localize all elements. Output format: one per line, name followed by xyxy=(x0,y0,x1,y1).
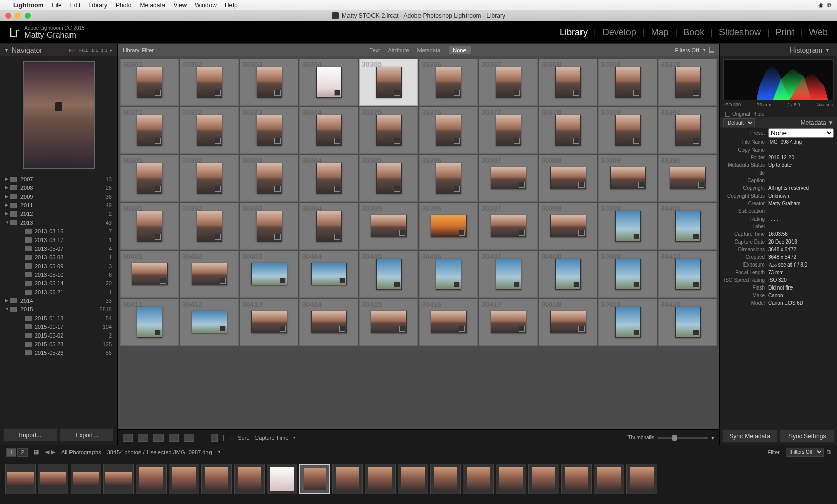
filmstrip-filter-select[interactable]: Filters Off xyxy=(786,448,824,457)
module-print[interactable]: Print xyxy=(776,27,795,38)
folder-2013-05-09[interactable]: 2013-05-093 xyxy=(0,261,117,270)
chevron-down-icon[interactable]: ▾ xyxy=(703,47,705,52)
grid-cell[interactable]: 30369 xyxy=(598,59,657,106)
thumbnail-size-slider[interactable] xyxy=(657,437,708,439)
folder-2013-05-14[interactable]: 2013-05-1420 xyxy=(0,279,117,287)
grid-cell[interactable]: 30391 xyxy=(120,203,179,250)
grid-cell[interactable]: 30382 xyxy=(180,155,239,202)
grid-cell[interactable]: 30413 xyxy=(240,299,298,346)
grid-cell[interactable]: 30366 xyxy=(419,59,478,106)
folder-2015[interactable]: ▼20155818 xyxy=(0,305,117,314)
grid-cell[interactable]: 30403 xyxy=(240,251,298,298)
sort-direction-icon[interactable]: ↕ xyxy=(229,434,232,441)
grid-cell[interactable]: 30385 xyxy=(359,155,418,202)
grid-cell[interactable]: 30368 xyxy=(539,59,597,106)
grid-cell[interactable]: 30383 xyxy=(240,155,298,202)
painter-tool-button[interactable] xyxy=(211,434,218,442)
filter-tab-none[interactable]: None xyxy=(449,46,470,54)
grid-cell[interactable]: 30378 xyxy=(539,107,597,154)
grid-cell[interactable]: 30399 xyxy=(598,203,657,250)
filmstrip-thumb[interactable] xyxy=(430,464,461,494)
thumbnail-grid[interactable]: 3036130362303633036430365303663036730368… xyxy=(118,56,719,429)
grid-cell[interactable]: 30407 xyxy=(479,251,538,298)
folder-2015-01-13[interactable]: 2015-01-1354 xyxy=(0,314,117,322)
close-window-button[interactable] xyxy=(5,13,11,19)
folder-2013-05-08[interactable]: 2013-05-081 xyxy=(0,253,117,261)
filmstrip-thumb[interactable] xyxy=(332,464,363,494)
grid-cell[interactable]: 30386 xyxy=(419,155,478,202)
grid-cell[interactable]: 30402 xyxy=(180,251,239,298)
original-photo-checkbox[interactable] xyxy=(725,112,730,117)
grid-cell[interactable]: 30409 xyxy=(598,251,657,298)
histogram-header[interactable]: Histogram ▼ xyxy=(720,44,837,56)
grid-cell[interactable]: 30373 xyxy=(240,107,298,154)
folder-2015-05-26[interactable]: 2015-05-2656 xyxy=(0,348,117,357)
grid-cell[interactable]: 30363 xyxy=(240,59,298,106)
chevron-down-icon[interactable]: ▾ xyxy=(293,435,295,440)
filmstrip-thumb[interactable] xyxy=(136,464,167,494)
grid-cell[interactable]: 30389 xyxy=(598,155,657,202)
grid-cell[interactable]: 30392 xyxy=(180,203,239,250)
filter-settings-icon[interactable]: ⧉ xyxy=(827,449,831,455)
grid-cell[interactable]: 30371 xyxy=(120,107,179,154)
grid-cell[interactable]: 30379 xyxy=(598,107,657,154)
sync-settings-button[interactable]: Sync Settings xyxy=(780,429,835,443)
navigator-preview[interactable] xyxy=(0,56,117,174)
grid-cell[interactable]: 30376 xyxy=(419,107,478,154)
histogram-chart[interactable] xyxy=(723,59,834,100)
module-book[interactable]: Book xyxy=(683,27,704,38)
grid-cell[interactable]: 30372 xyxy=(180,107,239,154)
screens-icon[interactable]: ⧉ xyxy=(827,2,832,9)
filter-tab-text[interactable]: Text xyxy=(369,47,380,53)
grid-cell[interactable]: 30397 xyxy=(479,203,538,250)
nav-zoom-1:3[interactable]: 1:3 xyxy=(101,47,107,53)
grid-cell[interactable]: 30380 xyxy=(658,107,717,154)
metadata-set-select[interactable]: Default xyxy=(723,118,755,127)
folder-2013-03-16[interactable]: 2013-03-167 xyxy=(0,227,117,235)
grid-cell[interactable]: 30411 xyxy=(120,299,179,346)
grid-cell[interactable]: 30414 xyxy=(299,299,358,346)
navigator-header[interactable]: ▼ Navigator FITFILL1:11:3▸ xyxy=(0,44,117,56)
menu-view[interactable]: View xyxy=(173,2,187,9)
filmstrip-thumb[interactable] xyxy=(496,464,526,494)
grid-cell[interactable]: 30361 xyxy=(120,59,179,106)
grid-view-button[interactable] xyxy=(123,434,133,442)
grid-cell[interactable]: 30401 xyxy=(120,251,179,298)
grid-cell[interactable]: 30390 xyxy=(658,155,717,202)
people-view-button[interactable] xyxy=(184,434,194,442)
grid-cell[interactable]: 30367 xyxy=(479,59,538,106)
grid-cell[interactable]: 30375 xyxy=(359,107,418,154)
minimize-window-button[interactable] xyxy=(15,13,21,19)
folder-2013-05-10[interactable]: 2013-05-106 xyxy=(0,270,117,279)
filmstrip[interactable] xyxy=(0,459,837,499)
grid-cell[interactable]: 30420 xyxy=(658,299,717,346)
filmstrip-thumb[interactable] xyxy=(365,464,396,494)
second-window-button[interactable]: 2 xyxy=(17,448,28,457)
grid-cell[interactable]: 30384 xyxy=(299,155,358,202)
filmstrip-thumb[interactable] xyxy=(201,464,232,494)
grid-cell[interactable]: 30408 xyxy=(539,251,597,298)
menu-library[interactable]: Library xyxy=(88,2,107,9)
filmstrip-thumb[interactable] xyxy=(398,464,428,494)
module-web[interactable]: Web xyxy=(809,27,828,38)
grid-cell[interactable]: 30374 xyxy=(299,107,358,154)
grid-cell[interactable]: 30393 xyxy=(240,203,298,250)
chevron-down-icon[interactable]: ▾ xyxy=(218,450,220,454)
module-develop[interactable]: Develop xyxy=(602,27,636,38)
folder-2011[interactable]: ▶201149 xyxy=(0,201,117,209)
module-map[interactable]: Map xyxy=(650,27,668,38)
menu-file[interactable]: File xyxy=(52,2,61,9)
filmstrip-thumb[interactable] xyxy=(169,464,199,494)
compare-view-button[interactable] xyxy=(153,434,164,442)
grid-cell[interactable]: 30377 xyxy=(479,107,538,154)
menu-window[interactable]: Window xyxy=(195,2,217,9)
toolbar-disclosure-icon[interactable]: ▾ xyxy=(711,434,714,441)
folder-2007[interactable]: ▶200713 xyxy=(0,175,117,183)
grid-cell[interactable]: 30415 xyxy=(359,299,418,346)
filter-tab-attribute[interactable]: Attribute xyxy=(388,47,409,53)
main-window-button[interactable]: 1 xyxy=(6,448,16,457)
filmstrip-thumb[interactable] xyxy=(38,464,68,494)
grid-cell[interactable]: 30419 xyxy=(598,299,657,346)
import-button[interactable]: Import... xyxy=(3,428,58,442)
grid-cell[interactable]: 30417 xyxy=(479,299,538,346)
